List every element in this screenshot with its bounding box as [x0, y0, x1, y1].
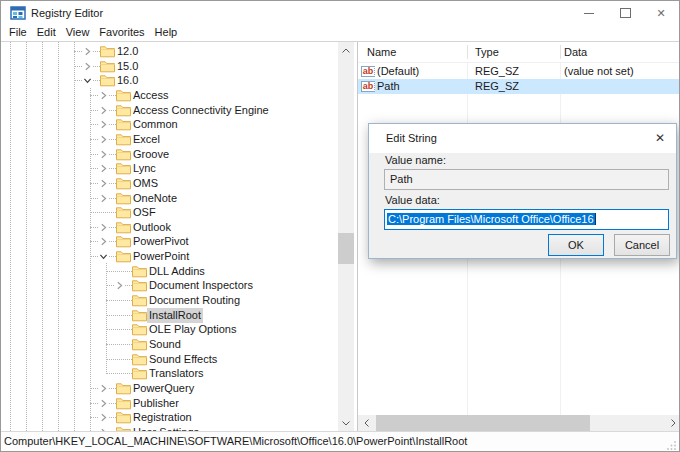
cancel-button[interactable]: Cancel: [614, 234, 670, 256]
tree-item[interactable]: Translators: [1, 366, 338, 381]
chevron-right-icon[interactable]: [98, 412, 109, 423]
chevron-right-icon[interactable]: [82, 61, 93, 72]
tree-scrollbar-thumb[interactable]: [338, 233, 354, 264]
dialog-close-button[interactable]: ✕: [648, 124, 672, 153]
chevron-right-icon[interactable]: [98, 134, 109, 145]
tree-item-label: Publisher: [131, 396, 181, 411]
dialog-title-bar: Edit String ✕: [369, 124, 676, 153]
list-scrollbar-thumb[interactable]: [376, 415, 590, 431]
menu-edit[interactable]: Edit: [32, 25, 61, 41]
tree-item-label: OSF: [131, 205, 158, 220]
maximize-button[interactable]: [607, 1, 643, 25]
value-name-field[interactable]: Path: [384, 169, 669, 190]
column-header-name[interactable]: Name: [367, 42, 396, 62]
chevron-right-icon[interactable]: [98, 193, 109, 204]
chevron-right-icon[interactable]: [98, 105, 109, 116]
tree-item[interactable]: Registration: [1, 410, 338, 425]
resize-grip[interactable]: [667, 440, 677, 450]
edit-string-dialog: Edit String ✕ Value name: Path Value dat…: [368, 123, 677, 259]
tree-item[interactable]: Sound Effects: [1, 352, 338, 367]
tree-connector-dots: [106, 359, 132, 360]
close-icon: ✕: [656, 8, 665, 19]
tree-vertical-scrollbar[interactable]: [338, 42, 354, 431]
tree-item[interactable]: Lync: [1, 161, 338, 176]
tree-item[interactable]: Common: [1, 117, 338, 132]
scroll-down-arrow-icon[interactable]: [338, 415, 354, 431]
tree-item[interactable]: 12.0: [1, 44, 338, 59]
tree-item[interactable]: PowerPivot: [1, 234, 338, 249]
chevron-right-icon[interactable]: [98, 398, 109, 409]
tree-item[interactable]: Groove: [1, 147, 338, 162]
ok-button[interactable]: OK: [548, 234, 604, 256]
menu-help[interactable]: Help: [150, 25, 183, 41]
scroll-right-arrow-icon[interactable]: [665, 415, 680, 431]
list-horizontal-scrollbar[interactable]: [358, 415, 680, 431]
tree-connector-dots: [106, 315, 132, 316]
folder-icon: [116, 89, 131, 102]
tree-item[interactable]: PowerQuery: [1, 381, 338, 396]
menu-file[interactable]: File: [4, 25, 32, 41]
tree-item[interactable]: Outlook: [1, 220, 338, 235]
folder-icon: [116, 411, 131, 424]
tree-item[interactable]: 15.0: [1, 59, 338, 74]
chevron-right-icon[interactable]: [114, 280, 125, 291]
value-data-field[interactable]: C:\Program Files\Microsoft Office\Office…: [384, 209, 669, 230]
tree-item-label: PowerQuery: [131, 381, 196, 396]
tree-item-label: Sound Effects: [147, 352, 219, 367]
tree-item-label: Outlook: [131, 220, 173, 235]
close-button[interactable]: ✕: [643, 1, 679, 25]
tree-item-label: InstallRoot: [147, 308, 203, 323]
chevron-down-icon[interactable]: [82, 75, 93, 86]
scroll-up-arrow-icon[interactable]: [338, 42, 354, 58]
value-data-label: Value data:: [385, 194, 440, 207]
tree-item-label: DLL Addins: [147, 264, 207, 279]
value-row[interactable]: ab(Default)REG_SZ(value not set): [358, 64, 680, 79]
tree-item[interactable]: Excel: [1, 132, 338, 147]
folder-icon: [116, 250, 131, 263]
tree-item-label: 12.0: [115, 44, 140, 59]
tree-item-label: OneNote: [131, 191, 179, 206]
chevron-right-icon[interactable]: [98, 178, 109, 189]
scroll-left-arrow-icon[interactable]: [358, 415, 374, 431]
chevron-right-icon[interactable]: [98, 383, 109, 394]
tree-connector-dots: [106, 373, 132, 374]
column-header-data[interactable]: Data: [564, 42, 587, 62]
tree-item[interactable]: Sound: [1, 337, 338, 352]
chevron-right-icon[interactable]: [98, 163, 109, 174]
value-name: (Default): [377, 64, 419, 79]
tree-item[interactable]: DLL Addins: [1, 264, 338, 279]
chevron-down-icon[interactable]: [98, 251, 109, 262]
header-separator[interactable]: [560, 45, 561, 59]
folder-icon: [132, 323, 147, 336]
tree-item[interactable]: Publisher: [1, 396, 338, 411]
tree-connector-dots: [106, 344, 132, 345]
tree-item[interactable]: Document Inspectors: [1, 278, 338, 293]
chevron-right-icon[interactable]: [98, 119, 109, 130]
folder-icon: [100, 60, 115, 73]
column-header-type[interactable]: Type: [475, 42, 499, 62]
tree-item[interactable]: 16.0: [1, 73, 338, 88]
tree-item[interactable]: Access Connectivity Engine: [1, 103, 338, 118]
folder-icon: [132, 279, 147, 292]
chevron-right-icon[interactable]: [98, 236, 109, 247]
chevron-right-icon[interactable]: [98, 222, 109, 233]
tree-item[interactable]: OSF: [1, 205, 338, 220]
chevron-right-icon[interactable]: [98, 149, 109, 160]
menu-favorites[interactable]: Favorites: [94, 25, 149, 41]
tree-item[interactable]: Document Routing: [1, 293, 338, 308]
tree-item[interactable]: InstallRoot: [1, 308, 338, 323]
tree-item[interactable]: PowerPoint: [1, 249, 338, 264]
tree-item[interactable]: Access: [1, 88, 338, 103]
window-title: Registry Editor: [31, 1, 103, 25]
chevron-right-icon[interactable]: [82, 46, 93, 57]
tree-item[interactable]: OLE Play Options: [1, 322, 338, 337]
header-separator[interactable]: [467, 45, 468, 59]
tree-item[interactable]: OneNote: [1, 191, 338, 206]
chevron-right-icon[interactable]: [98, 90, 109, 101]
value-row[interactable]: abPathREG_SZ: [358, 79, 680, 94]
tree-item-label: Sound: [147, 337, 183, 352]
tree-item-label: Document Routing: [147, 293, 242, 308]
menu-view[interactable]: View: [61, 25, 95, 41]
minimize-button[interactable]: [571, 1, 607, 25]
tree-item[interactable]: OMS: [1, 176, 338, 191]
